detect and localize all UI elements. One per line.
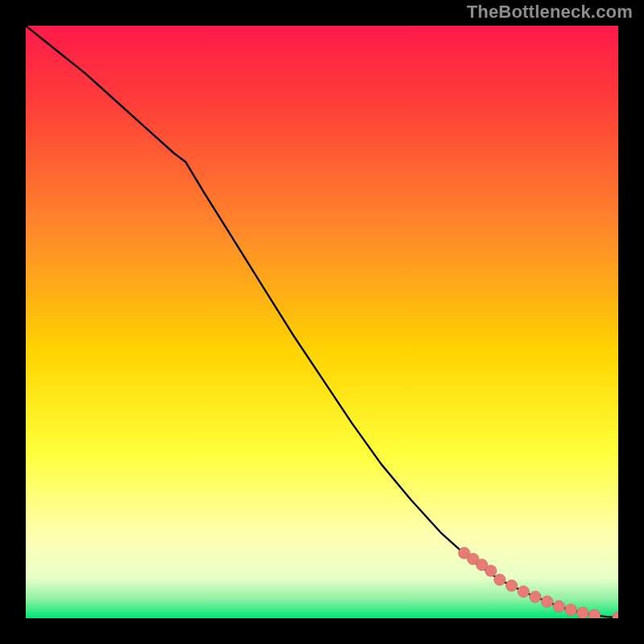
data-point	[541, 596, 552, 607]
plot-area	[26, 26, 618, 618]
data-point	[506, 580, 517, 591]
gradient-background	[26, 26, 618, 618]
data-point	[553, 601, 564, 612]
chart-frame: TheBottleneck.com	[0, 0, 644, 644]
watermark-label: TheBottleneck.com	[467, 2, 633, 23]
chart-svg	[26, 26, 618, 618]
data-point	[530, 591, 541, 602]
data-point	[494, 574, 506, 585]
data-point	[577, 607, 588, 618]
data-point	[518, 586, 529, 597]
data-point	[485, 565, 497, 576]
data-point	[565, 605, 576, 616]
